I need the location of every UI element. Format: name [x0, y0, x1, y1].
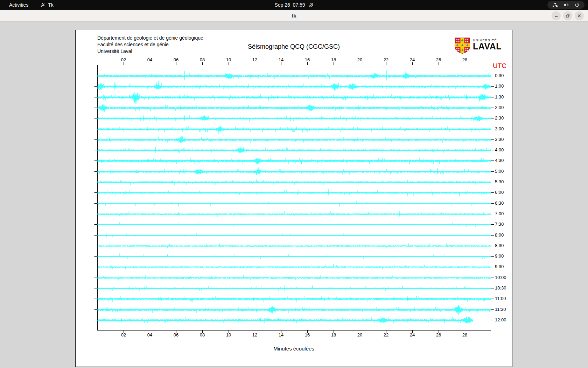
minimize-button[interactable] — [552, 11, 561, 20]
focused-app-label: Tk — [48, 2, 54, 8]
tk-app-icon — [40, 2, 46, 8]
top-panel: Activities Tk Sep 26 07:59 — [0, 0, 588, 10]
activities-button[interactable]: Activities — [6, 1, 31, 8]
system-tray[interactable] — [547, 1, 584, 9]
window-titlebar: tk — [0, 10, 588, 22]
notifications-disabled-icon — [309, 2, 314, 7]
maximize-button[interactable] — [563, 11, 572, 20]
volume-icon — [564, 2, 569, 7]
seismograph-plot — [76, 30, 513, 367]
focused-app-indicator[interactable]: Tk — [40, 2, 54, 8]
tk-window-background: Département de géologie et de génie géol… — [0, 22, 588, 368]
clock[interactable]: Sep 26 07:59 — [274, 2, 305, 8]
seismograph-canvas-panel: Département de géologie et de génie géol… — [75, 30, 512, 367]
close-button[interactable] — [575, 11, 584, 20]
network-icon — [552, 2, 558, 7]
power-icon — [575, 2, 580, 7]
window-title: tk — [292, 13, 296, 19]
